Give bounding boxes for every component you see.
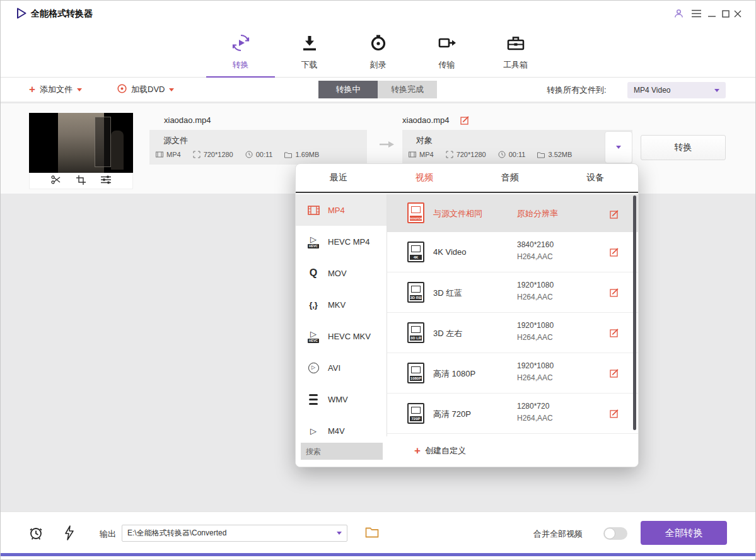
layers-icon [305,393,322,406]
footer-bar: 输出 合并全部视频 全部转换 [1,511,755,553]
video-thumbnail [29,113,133,173]
bottom-accent-bar [1,553,755,556]
tab-download-label: 下载 [301,59,318,71]
edit-preset-icon[interactable] [610,409,619,421]
edit-preset-icon[interactable] [610,209,619,221]
load-dvd-button[interactable]: 加载DVD [117,84,174,95]
3d-lr-badge-icon: 3D LR [407,322,424,343]
format-item-hevc-mp4[interactable]: ▷HEVC HEVC MP4 [296,226,387,257]
4k-badge-icon: 4K [407,242,424,262]
performance-icon[interactable] [64,525,74,543]
1080p-badge-icon: 1080P [407,363,424,383]
tab-convert[interactable]: 转换 [206,26,275,78]
search-input[interactable] [301,443,383,460]
app-title: 全能格式转换器 [31,8,93,20]
toolbar: + 添加文件 加载DVD 转换中 转换完成 转换所有文件到: MP4 Video [1,78,755,102]
hevc-play-icon: ▷HEVC [305,235,322,248]
edit-preset-icon[interactable] [610,288,619,300]
menu-icon[interactable] [692,9,701,20]
effects-icon[interactable] [101,175,111,187]
account-icon[interactable] [674,9,683,21]
play-circle-icon: ▷ [305,363,322,373]
rename-icon[interactable] [460,115,470,127]
chevron-down-icon [616,146,621,149]
add-file-button[interactable]: + 添加文件 [29,84,82,95]
mkv-icon: {,} [305,301,322,309]
preset-list: source 与源文件相同 原始分辨率 4K 4K Video 3840*216… [387,194,638,436]
dvd-icon [117,84,127,95]
quicktime-icon: Q [305,268,322,278]
disc-icon [369,33,388,55]
create-custom-button[interactable]: + 创建自定义 [414,445,466,457]
titlebar: 全能格式转换器 [1,1,755,26]
output-format-dropdown[interactable]: MP4 Video [627,82,726,98]
preset-720p[interactable]: 720P 高清 720P 1280*720H264,AAC [387,394,638,434]
source-resolution: 720*1280 [193,151,233,158]
720p-badge-icon: 720P [407,403,424,424]
tab-transfer[interactable]: 传输 [412,26,481,78]
tab-recent[interactable]: 最近 [296,164,381,192]
format-item-mkv[interactable]: {,} MKV [296,289,387,320]
preset-1080p[interactable]: 1080P 高清 1080P 1920*1080H264,AAC [387,353,638,394]
clip-tools [29,173,133,189]
maximize-icon[interactable] [722,9,730,20]
film-icon [305,206,322,215]
target-format: MP4 [409,151,434,158]
format-picker-footer: + 创建自定义 [296,436,638,467]
edit-preset-icon[interactable] [610,247,619,259]
target-label: 对象 [416,135,433,146]
source-label: 源文件 [163,135,188,146]
format-item-mp4[interactable]: MP4 [296,194,387,226]
target-info-box: 对象 MP4 720*1280 00:11 [402,130,632,165]
convert-all-button[interactable]: 全部转换 [641,521,727,545]
target-format-dropdown-button[interactable] [605,131,632,163]
crop-icon[interactable] [76,175,86,187]
output-format-value: MP4 Video [634,86,670,95]
tab-convert-label: 转换 [233,59,249,71]
format-item-hevc-mkv[interactable]: ▷HEVC HEVC MKV [296,320,387,352]
preset-same-as-source[interactable]: source 与源文件相同 原始分辨率 [387,194,638,232]
edit-preset-icon[interactable] [610,368,619,380]
tab-download[interactable]: 下载 [275,26,344,78]
merge-toggle[interactable] [603,527,627,540]
convert-all-to-label: 转换所有文件到: [547,85,607,96]
convert-button[interactable]: 转换 [641,135,726,160]
schedule-icon[interactable] [28,525,44,543]
tab-toolbox[interactable]: 工具箱 [481,26,550,78]
main-nav: 转换 下载 刻录 传输 工具箱 [1,26,755,78]
edit-preset-icon[interactable] [610,328,619,340]
chevron-down-icon[interactable] [337,532,342,535]
minimize-icon[interactable] [708,10,716,21]
chevron-down-icon [77,88,82,91]
tab-video[interactable]: 视频 [381,164,467,192]
hevc-play-icon: ▷HEVC [305,330,322,343]
format-item-avi[interactable]: ▷ AVI [296,352,387,383]
format-item-mov[interactable]: Q MOV [296,257,387,289]
tab-completed[interactable]: 转换完成 [378,81,437,98]
source-info-box: 源文件 MP4 720*1280 00:11 [149,130,367,165]
format-item-wmv[interactable]: WMV [296,383,387,415]
preset-3d-leftright[interactable]: 3D LR 3D 左右 1920*1080H264,AAC [387,313,638,353]
tab-device[interactable]: 设备 [552,164,638,192]
close-icon[interactable] [734,9,741,20]
preset-3d-redblue[interactable]: 3D RB 3D 红蓝 1920*1080H264,AAC [387,272,638,313]
tab-audio[interactable]: 音频 [467,164,553,192]
tab-converting[interactable]: 转换中 [318,81,378,98]
source-badge-icon: source [407,202,424,223]
open-folder-icon[interactable] [365,527,379,540]
transfer-icon [438,33,457,55]
target-size: 3.52MB [537,151,572,158]
scrollbar[interactable] [633,195,636,430]
chevron-down-icon [169,88,174,91]
trim-icon[interactable] [51,175,61,187]
add-file-label: 添加文件 [40,84,73,95]
format-item-m4v[interactable]: ▷ M4V [296,415,387,436]
queue-tabs: 转换中 转换完成 [318,81,437,98]
tab-burn-label: 刻录 [370,59,387,71]
app-logo-icon [16,8,27,21]
source-duration: 00:11 [245,151,273,158]
output-path-input[interactable] [122,525,347,542]
preset-4k[interactable]: 4K 4K Video 3840*2160H264,AAC [387,232,638,272]
arrow-right-icon [378,140,395,151]
tab-burn[interactable]: 刻录 [344,26,412,78]
